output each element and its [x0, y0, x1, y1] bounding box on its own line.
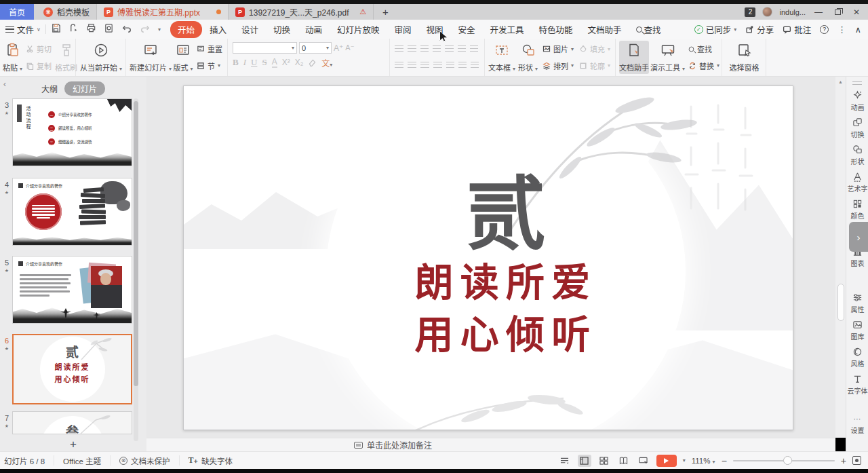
share-button[interactable]: 分享 — [745, 23, 774, 36]
font-size-combo[interactable]: 0▾ — [299, 42, 332, 54]
add-slide-button[interactable]: + — [0, 438, 146, 451]
strikethrough-button[interactable]: S — [262, 57, 267, 68]
current-slide[interactable]: 贰 朗读所爱 用心倾听 — [183, 86, 793, 430]
tab-presentation-file[interactable]: P 傅雅悦读汇第五期.pptx — [97, 4, 229, 20]
superscript-button[interactable]: X² — [282, 58, 290, 67]
expand-panel-button[interactable]: › — [849, 222, 868, 252]
present-tools-button[interactable]: 演示工具 ▾ — [650, 41, 685, 74]
save-icon[interactable] — [51, 23, 61, 35]
justify-icon[interactable] — [433, 62, 442, 69]
paste-button[interactable]: 粘贴 ▾ — [3, 41, 22, 74]
redo-button[interactable] — [140, 24, 151, 35]
theme-name[interactable]: Office 主题 — [54, 455, 111, 466]
missing-fonts[interactable]: T₊ 缺失字体 — [180, 455, 241, 466]
slide-6-thumbnail-selected[interactable]: 贰 朗读所爱 用心倾听 — [12, 334, 132, 404]
canvas-scrollbar[interactable]: ▲ — [835, 77, 846, 438]
columns-icon[interactable] — [446, 62, 454, 69]
increase-font-button[interactable]: A⁺ — [334, 43, 343, 53]
underline-button[interactable]: U — [251, 57, 257, 68]
align-right-icon[interactable] — [420, 62, 429, 69]
menu-item-doc-assistant[interactable]: 文档助手 — [580, 21, 629, 38]
doc-assistant-button[interactable]: 文档助手 — [619, 41, 649, 74]
zoom-slider[interactable] — [733, 460, 835, 461]
play-from-current-button[interactable]: 从当前开始 ▾ — [79, 41, 123, 74]
presenter-view-button[interactable] — [637, 455, 650, 467]
slide-title-line-2[interactable]: 用心倾听 — [414, 309, 597, 361]
menu-item-design[interactable]: 设计 — [234, 21, 266, 38]
tab-home[interactable]: 首页 — [0, 4, 34, 20]
slide-4-thumbnail[interactable]: 介绍分享喜欢的著作 — [12, 178, 132, 246]
outline-tab[interactable]: 大纲 — [41, 83, 58, 94]
menu-item-slideshow[interactable]: 幻灯片放映 — [330, 21, 387, 38]
font-color-button[interactable]: A — [272, 57, 277, 68]
reading-view-button[interactable] — [617, 455, 631, 467]
textbox-button[interactable]: 文本框 ▾ — [488, 41, 515, 74]
file-menu[interactable]: 文件 ∨ — [0, 23, 41, 36]
print-preview-icon[interactable] — [104, 23, 114, 35]
menu-item-home[interactable]: 开始 — [170, 21, 202, 38]
smart-align-icon[interactable] — [471, 62, 479, 69]
fill-button[interactable]: 填充▾ — [577, 43, 612, 55]
slide-title-line-1[interactable]: 朗读所爱 — [414, 257, 597, 309]
normal-view-button[interactable] — [578, 455, 591, 467]
find-button[interactable]: 查找 — [686, 43, 722, 55]
menu-item-security[interactable]: 安全 — [451, 21, 483, 38]
bullet-list-icon[interactable] — [395, 45, 403, 52]
slide-3-thumbnail[interactable]: 活动流程 一 介绍分享喜欢的著作 二 朗读所爱，用心倾听 三 细细品读，交流感悟 — [12, 98, 132, 166]
find-menu[interactable]: 查找 — [629, 21, 668, 38]
play-options-caret[interactable]: ▾ — [683, 457, 686, 463]
sidebar-item-wordart[interactable]: 艺术字 — [846, 172, 868, 193]
numbered-list-icon[interactable] — [408, 45, 416, 52]
line-spacing-icon[interactable] — [445, 45, 454, 52]
paragraph-settings-icon[interactable] — [470, 45, 478, 52]
bold-button[interactable]: B — [233, 57, 239, 68]
slideshow-play-button[interactable] — [656, 455, 677, 467]
user-avatar[interactable] — [762, 7, 772, 17]
sidebar-drag-handle[interactable] — [852, 81, 862, 85]
decrease-font-button[interactable]: A⁻ — [345, 43, 354, 52]
zoom-out-button[interactable]: − — [722, 455, 727, 466]
fit-to-window-button[interactable] — [852, 456, 861, 465]
sidebar-item-settings[interactable]: ⋯ 设置 — [846, 415, 868, 435]
italic-button[interactable]: I — [243, 57, 246, 68]
clear-format-icon[interactable] — [308, 58, 317, 67]
menu-item-devtools[interactable]: 开发工具 — [483, 21, 532, 38]
sidebar-item-color[interactable]: 颜色 — [846, 199, 868, 221]
task-count-badge[interactable]: 2 — [745, 7, 755, 17]
new-tab-button[interactable]: + — [374, 4, 397, 20]
format-painter-button[interactable]: 格式刷 — [55, 41, 77, 74]
minimize-button[interactable]: — — [812, 7, 825, 17]
selection-pane-button[interactable]: 选择窗格 — [726, 41, 763, 74]
export-icon[interactable] — [68, 23, 79, 35]
sync-status[interactable]: ✓ 已同步 ▾ — [694, 23, 737, 36]
slide-text-block[interactable]: 贰 朗读所爱 用心倾听 — [326, 92, 686, 430]
section-number-text[interactable]: 贰 — [466, 172, 546, 257]
align-left-icon[interactable] — [395, 62, 403, 69]
notes-bar[interactable]: 单击此处添加备注 — [146, 438, 835, 451]
slide-7-thumbnail[interactable]: 叁 — [12, 411, 132, 434]
zoom-level[interactable]: 111% ▾ — [692, 457, 715, 465]
slide-canvas[interactable]: 贰 朗读所爱 用心倾听 — [146, 77, 835, 438]
more-menu-button[interactable]: ⋮ — [837, 24, 846, 35]
copy-button[interactable]: 复制 — [24, 60, 54, 72]
menu-item-view[interactable]: 视图 — [419, 21, 451, 38]
text-tool-button[interactable]: 文▾ — [321, 57, 332, 69]
menu-item-features[interactable]: 特色功能 — [532, 21, 580, 38]
layout-button[interactable]: 版式 ▾ — [173, 41, 193, 74]
menu-item-animation[interactable]: 动画 — [298, 21, 330, 38]
increase-indent-icon[interactable] — [433, 45, 441, 52]
qat-customize-caret[interactable]: ▾ — [158, 26, 161, 33]
sidebar-item-cloud-fonts[interactable]: 云字体 — [846, 374, 868, 396]
zoom-in-button[interactable]: + — [841, 455, 846, 466]
cut-button[interactable]: 剪切 — [24, 43, 54, 55]
align-center-icon[interactable] — [408, 62, 416, 69]
shrink-text-icon[interactable] — [458, 62, 467, 69]
menu-item-transition[interactable]: 切换 — [266, 21, 298, 38]
tab-docer-templates[interactable]: ❋ 稻壳模板 — [37, 4, 97, 20]
sidebar-item-transition[interactable]: 切换 — [846, 117, 868, 139]
subscript-button[interactable]: X₂ — [295, 58, 304, 67]
font-name-combo[interactable]: ▾ — [233, 42, 297, 54]
user-name[interactable]: indulg... — [779, 8, 806, 16]
slide-sorter-button[interactable] — [597, 455, 611, 467]
restore-button[interactable] — [831, 7, 844, 17]
